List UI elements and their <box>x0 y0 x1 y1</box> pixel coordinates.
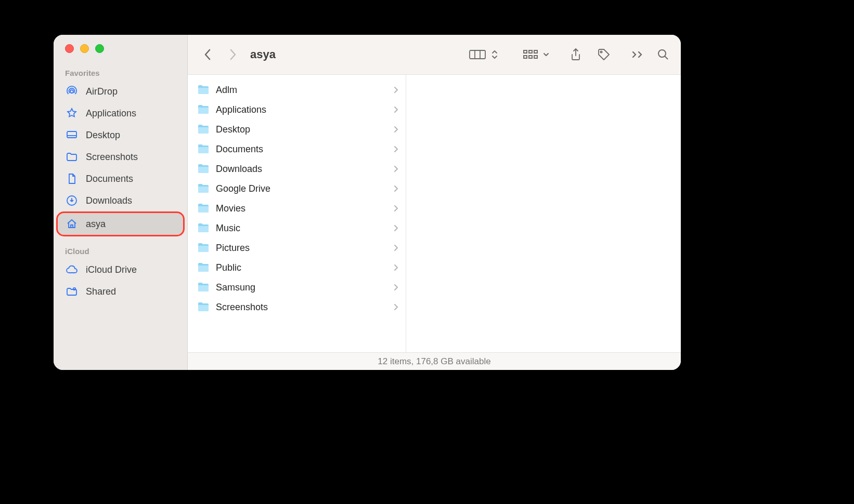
folder-icon <box>197 223 210 233</box>
status-bar: 12 items, 176,8 GB available <box>188 352 681 370</box>
sidebar-item-shared[interactable]: Shared <box>54 281 187 302</box>
close-window-button[interactable] <box>65 44 74 53</box>
folder-row[interactable]: Samsung <box>188 277 406 297</box>
chevron-right-icon <box>394 165 398 173</box>
svg-rect-10 <box>534 56 537 58</box>
chevron-right-icon <box>394 145 398 153</box>
folder-name: Documents <box>216 144 263 155</box>
folder-row[interactable]: Downloads <box>188 159 406 179</box>
folder-row[interactable]: Public <box>188 258 406 277</box>
minimize-window-button[interactable] <box>80 44 89 53</box>
folder-name: Movies <box>216 203 245 214</box>
airdrop-icon <box>65 85 79 98</box>
sidebar-section-favorites-label: Favorites <box>54 65 187 81</box>
share-button[interactable] <box>565 44 586 65</box>
sidebar-item-label: iCloud Drive <box>86 264 137 275</box>
sidebar-item-applications[interactable]: Applications <box>54 102 187 124</box>
folder-row[interactable]: Pictures <box>188 238 406 258</box>
svg-point-0 <box>70 90 73 93</box>
folder-row[interactable]: Movies <box>188 198 406 218</box>
chevron-right-icon <box>394 185 398 192</box>
folder-name: Downloads <box>216 164 262 175</box>
home-icon <box>65 217 79 231</box>
folder-icon <box>197 144 210 154</box>
folder-name: Adlm <box>216 85 237 96</box>
sidebar-section-icloud-label: iCloud <box>54 244 187 259</box>
svg-rect-4 <box>470 50 485 59</box>
folder-icon <box>197 302 210 312</box>
folder-row[interactable]: Adlm <box>188 80 406 100</box>
folder-icon <box>197 104 210 115</box>
main-area: asya <box>188 35 681 370</box>
folder-row[interactable]: Documents <box>188 139 406 159</box>
svg-rect-9 <box>529 56 532 58</box>
chevron-right-icon <box>394 106 398 113</box>
downloads-icon <box>65 194 79 207</box>
folder-name: Music <box>216 223 240 234</box>
documents-icon <box>65 172 79 185</box>
sidebar-item-documents[interactable]: Documents <box>54 168 187 190</box>
forward-button[interactable] <box>222 44 243 65</box>
chevron-right-icon <box>394 264 398 271</box>
toolbar: asya <box>188 35 681 75</box>
sidebar-item-icloud-drive[interactable]: iCloud Drive <box>54 259 187 281</box>
chevron-right-icon <box>394 224 398 232</box>
chevron-right-icon <box>394 284 398 291</box>
folder-icon <box>197 282 210 293</box>
folder-name: Applications <box>216 104 266 115</box>
sidebar-item-label: asya <box>86 219 106 230</box>
svg-rect-8 <box>524 56 527 58</box>
folder-icon <box>197 164 210 174</box>
folder-name: Samsung <box>216 282 255 293</box>
folder-icon <box>65 150 79 164</box>
column-1[interactable]: AdlmApplicationsDesktopDocumentsDownload… <box>188 75 406 352</box>
folder-row[interactable]: Music <box>188 218 406 238</box>
sidebar-item-desktop[interactable]: Desktop <box>54 124 187 146</box>
applications-icon <box>65 107 79 120</box>
svg-point-11 <box>600 51 602 52</box>
folder-icon <box>197 203 210 214</box>
svg-point-12 <box>658 50 666 57</box>
chevron-right-icon <box>394 244 398 251</box>
folder-name: Desktop <box>216 124 250 135</box>
back-button[interactable] <box>197 44 218 65</box>
more-toolbar-button[interactable] <box>628 44 649 65</box>
svg-rect-1 <box>67 131 76 138</box>
window-controls <box>54 42 187 65</box>
group-by-control[interactable] <box>523 49 550 60</box>
folder-row[interactable]: Desktop <box>188 120 406 139</box>
svg-rect-6 <box>529 50 532 53</box>
folder-name: Google Drive <box>216 183 270 194</box>
sidebar-item-label: Desktop <box>86 130 120 141</box>
search-button[interactable] <box>653 44 674 65</box>
sidebar-item-label: Shared <box>86 286 116 297</box>
content-columns: AdlmApplicationsDesktopDocumentsDownload… <box>188 75 681 352</box>
folder-row[interactable]: Applications <box>188 100 406 120</box>
sidebar-item-label: Screenshots <box>86 152 138 163</box>
folder-icon <box>197 85 210 95</box>
sidebar-item-label: AirDrop <box>86 86 118 97</box>
folder-row[interactable]: Google Drive <box>188 179 406 198</box>
finder-window: Favorites AirDrop Applications <box>54 35 681 370</box>
sidebar-item-home[interactable]: asya <box>58 213 183 235</box>
chevron-right-icon <box>394 86 398 94</box>
sidebar-item-screenshots[interactable]: Screenshots <box>54 146 187 168</box>
column-2[interactable] <box>406 75 681 352</box>
chevron-right-icon <box>394 303 398 311</box>
svg-rect-7 <box>534 50 537 53</box>
sidebar-item-label: Applications <box>86 108 136 119</box>
fullscreen-window-button[interactable] <box>95 44 104 53</box>
shared-folder-icon <box>65 285 79 298</box>
sidebar: Favorites AirDrop Applications <box>54 35 188 370</box>
sidebar-item-airdrop[interactable]: AirDrop <box>54 81 187 102</box>
view-mode-control[interactable] <box>469 48 499 61</box>
folder-row[interactable]: Screenshots <box>188 297 406 317</box>
tags-button[interactable] <box>593 44 614 65</box>
folder-icon <box>197 243 210 253</box>
sidebar-item-downloads[interactable]: Downloads <box>54 190 187 211</box>
folder-name: Pictures <box>216 243 250 254</box>
svg-rect-5 <box>524 50 527 53</box>
folder-name: Public <box>216 262 241 273</box>
sidebar-item-label: Documents <box>86 174 133 184</box>
folder-icon <box>197 262 210 273</box>
